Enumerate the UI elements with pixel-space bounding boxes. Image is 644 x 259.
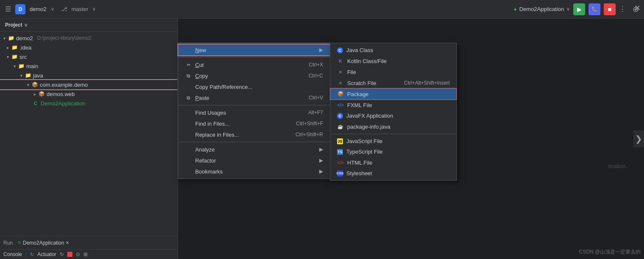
stop-button[interactable]: ■: [604, 3, 616, 15]
analyze-label: Analyze: [195, 146, 316, 153]
new-arrow-icon: ▶: [319, 47, 323, 53]
new-icon: [185, 47, 192, 53]
hamburger-icon[interactable]: ☰: [5, 5, 11, 13]
submenu-js[interactable]: JS JavaScript File: [330, 136, 456, 146]
copy-path-icon: [185, 83, 192, 90]
chevron-down-package-icon: ▾: [27, 83, 29, 87]
chevron-down-main-icon: ▾: [14, 64, 16, 69]
submenu-html[interactable]: </> HTML File: [330, 157, 456, 168]
bottom-panel: Run ↻ Demo2Application ✕ Console | ↻ Act…: [0, 236, 177, 259]
close-button[interactable]: ✕: [634, 3, 641, 13]
html-label: HTML File: [347, 160, 450, 166]
menu-item-copy-path[interactable]: Copy Path/Reference...: [178, 81, 330, 92]
refactor-arrow-icon: ▶: [319, 157, 323, 163]
menu-item-find-usages[interactable]: Find Usages Alt+F7: [178, 107, 330, 118]
refactor-label: Refactor: [195, 157, 316, 164]
src-folder-icon: 📁: [11, 54, 18, 60]
package-label: Package: [347, 91, 450, 97]
cut-label: Cut: [195, 62, 305, 68]
js-label: JavaScript File: [346, 138, 450, 144]
submenu-stylesheet[interactable]: CSS Stylesheet: [330, 168, 456, 179]
menu-item-new[interactable]: New ▶ C Java Class K Kotlin Class/File ≡…: [178, 44, 330, 55]
run-config-selector[interactable]: ● Demo2Application ∨: [514, 6, 570, 12]
run-tab-label[interactable]: Run: [3, 240, 13, 246]
watermark: CSDN @山顶是一定要去的: [579, 248, 641, 256]
chevron-right-icon: ▸: [7, 45, 9, 50]
find-usages-shortcut: Alt+F7: [308, 110, 323, 116]
tree-item-demo2[interactable]: ▾ 📁 demo2 D:\project-library\demo2: [0, 33, 177, 43]
java-class-icon: C: [337, 47, 343, 53]
tree-path-demo2: D:\project-library\demo2: [37, 35, 91, 41]
menu-item-find-files[interactable]: Find in Files... Ctrl+Shift+F: [178, 118, 330, 129]
branch-icon: ⎇: [61, 6, 67, 12]
stop-icon-bottom[interactable]: [67, 252, 72, 257]
console-label[interactable]: Console: [3, 251, 22, 257]
stylesheet-label: Stylesheet: [346, 170, 450, 176]
submenu-kotlin-class[interactable]: K Kotlin Class/File: [330, 55, 456, 66]
menu-item-refactor[interactable]: Refactor ▶: [178, 155, 330, 166]
kotlin-icon: K: [337, 58, 344, 64]
submenu-separator: [330, 134, 456, 134]
tree-item-src[interactable]: ▾ 📁 src: [0, 52, 177, 61]
project-chevron[interactable]: ∨: [51, 6, 54, 12]
sidebar-header: Project ∨: [0, 19, 177, 32]
tree-item-java[interactable]: ▾ 📁 java: [0, 71, 177, 80]
save-icon[interactable]: ⊞: [83, 251, 88, 257]
tree-item-package[interactable]: ▾ 📦 com.example.demo: [0, 80, 177, 89]
tree-label-package: com.example.demo: [40, 82, 88, 88]
new-label: New: [195, 47, 316, 53]
cut-icon: ✂: [185, 61, 192, 68]
menu-item-cut[interactable]: ✂ Cut Ctrl+X: [178, 59, 330, 70]
submenu-scratch-file[interactable]: ≡ Scratch File Ctrl+Alt+Shift+Insert: [330, 77, 456, 88]
find-usages-label: Find Usages: [195, 110, 305, 116]
context-menu-overlay: New ▶ C Java Class K Kotlin Class/File ≡…: [178, 42, 330, 179]
submenu-javafx[interactable]: C JavaFX Application: [330, 110, 456, 121]
project-title: Project: [5, 22, 22, 28]
menu-item-replace[interactable]: Replace in Files... Ctrl+Shift+R: [178, 129, 330, 140]
camera-icon[interactable]: ⊙: [76, 251, 80, 257]
tree-item-demos-web[interactable]: ▸ 📦 demos.web: [0, 89, 177, 99]
bookmarks-label: Bookmarks: [195, 168, 316, 175]
tree-item-main[interactable]: ▾ 📁 main: [0, 61, 177, 71]
submenu-file[interactable]: ≡ File: [330, 66, 456, 77]
run-button[interactable]: ▶: [573, 3, 585, 15]
submenu-package[interactable]: 📦 Package: [330, 88, 456, 99]
menu-item-analyze[interactable]: Analyze ▶: [178, 144, 330, 155]
run-config-tab-icon: ↻: [18, 240, 21, 245]
copy-label: Copy: [195, 73, 305, 79]
chevron-down-src-icon: ▾: [7, 55, 9, 59]
tree-label-java: java: [33, 72, 43, 79]
bottom-icons: ↻ ⊙ ⊞: [60, 251, 88, 257]
menu-item-bookmarks[interactable]: Bookmarks ▶: [178, 166, 330, 177]
top-bar-right: ● Demo2Application ∨ ▶ 🐛 ■ ⋮ ⊕ ✕: [514, 3, 639, 15]
tree-label-main: main: [26, 63, 38, 69]
tree-item-app[interactable]: C Demo2Application: [0, 99, 177, 108]
html-icon: </>: [337, 159, 344, 166]
scratch-file-label: Scratch File: [347, 80, 401, 86]
sidebar-chevron[interactable]: ∨: [24, 22, 28, 28]
java-folder-icon: 📁: [25, 72, 31, 78]
submenu-package-icon: 📦: [337, 91, 344, 97]
run-config-tab[interactable]: ↻ Demo2Application ✕: [18, 240, 69, 246]
submenu-ts[interactable]: TS TypeScript File: [330, 146, 456, 157]
menu-item-paste[interactable]: ⧉ Paste Ctrl+V: [178, 92, 330, 103]
refresh-icon[interactable]: ↻: [60, 251, 64, 257]
analyze-arrow-icon: ▶: [319, 146, 323, 152]
submenu-fxml[interactable]: </> FXML File: [330, 99, 456, 110]
kotlin-class-label: Kotlin Class/File: [347, 58, 450, 64]
menu-item-copy[interactable]: ⧉ Copy Ctrl+C: [178, 70, 330, 81]
file-label: File: [347, 69, 450, 75]
top-bar: ☰ D demo2 ∨ ⎇ master ∨ ● Demo2Applicatio…: [0, 0, 644, 19]
debug-button[interactable]: 🐛: [589, 3, 600, 15]
branch-chevron[interactable]: ∨: [92, 6, 96, 12]
submenu-java-class[interactable]: C Java Class: [330, 45, 456, 55]
tree-item-idea[interactable]: ▸ 📁 .idea: [0, 43, 177, 52]
idea-folder-icon: 📁: [11, 44, 18, 50]
nav-arrow-right[interactable]: ❯: [633, 130, 644, 147]
cut-shortcut: Ctrl+X: [309, 62, 323, 68]
close-tab-icon[interactable]: ✕: [66, 240, 69, 245]
actuator-label[interactable]: Actuator: [37, 251, 56, 257]
submenu-package-info[interactable]: ☕ package-info.java: [330, 121, 456, 132]
sidebar: Project ∨ ▾ 📁 demo2 D:\project-library\d…: [0, 19, 178, 259]
more-button[interactable]: ⋮: [619, 5, 626, 13]
